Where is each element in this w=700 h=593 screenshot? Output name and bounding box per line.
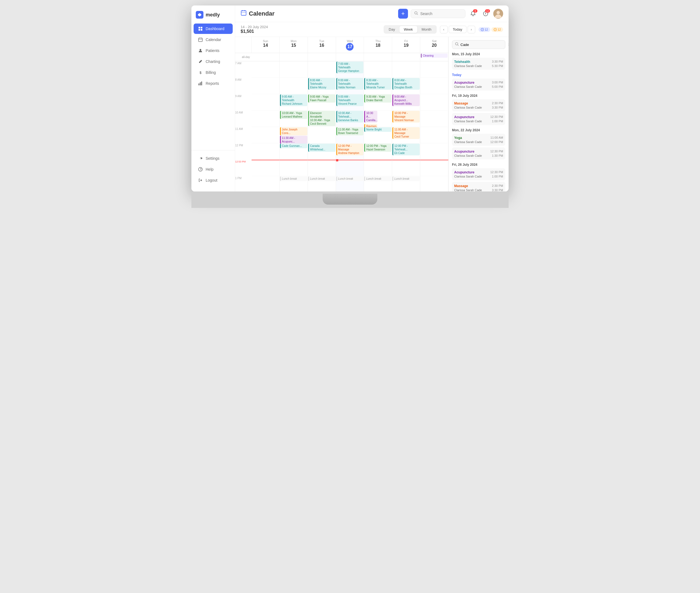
event-thu-11am[interactable]: Norrie Bright	[364, 127, 392, 132]
cell-tue-7[interactable]	[308, 61, 336, 78]
cell-wed-7[interactable]: 7:00 AM - Telehealth George Hampton	[336, 61, 364, 78]
upcoming-item-telehealth-mon15[interactable]: Telehealth 3:30 PM Clarissa Sarah Cade 5…	[452, 58, 505, 70]
cell-sat-12[interactable]	[420, 143, 448, 160]
cell-sat-10[interactable]	[420, 111, 448, 127]
sidebar-item-billing[interactable]: $ Billing	[194, 67, 233, 78]
cell-thu-10[interactable]: 10:30 A... Camilla... Raymon...	[364, 111, 392, 127]
event-thu-10am[interactable]: 10:30 A... Camilla...	[364, 111, 377, 123]
cell-mon-7[interactable]	[280, 61, 308, 78]
sidebar-item-settings[interactable]: Settings	[194, 153, 233, 164]
notification-bell-button[interactable]: 9	[468, 9, 478, 18]
header-search-input[interactable]	[420, 11, 462, 16]
today-button[interactable]: Today	[449, 26, 466, 33]
upcoming-item-acupuncture-mon22[interactable]: Acupuncture 12:30 PM Clarissa Sarah Cade…	[452, 148, 505, 159]
cell-fri-1[interactable]: Lunch break	[392, 176, 420, 192]
cell-sat-7[interactable]	[420, 61, 448, 78]
next-arrow-button[interactable]: ›	[467, 26, 475, 33]
event-mon-12pm[interactable]: Cade Gunman...	[280, 144, 307, 148]
event-mon-10am[interactable]: 10:00 AM - Yoga Leonard Mathew	[280, 111, 307, 119]
upcoming-item-acupuncture-fri19[interactable]: Acupuncture 12:30 PM Clarissa Sarah Cade…	[452, 113, 505, 125]
event-fri-12pm[interactable]: 12:00 PM - Telehealt... Eli Cade	[393, 144, 420, 155]
upcoming-item-massage-fri26[interactable]: Massage 2:30 PM Clarissa Sarah Cade 3:30…	[452, 182, 505, 192]
cell-tue-9[interactable]: 9:00 AM - Yoga Fawn Pascall	[308, 94, 336, 111]
panel-search[interactable]: ×	[452, 40, 505, 49]
event-fri-9am[interactable]: 9:00 AM - Acupunct... Kenneth Willis	[393, 94, 420, 106]
prev-arrow-button[interactable]: ‹	[440, 26, 448, 33]
cell-fri-10[interactable]: 10:00 PM - Massage Vincent Norman	[392, 111, 420, 127]
view-week-button[interactable]: Week	[400, 26, 417, 33]
cell-sun-1[interactable]	[252, 176, 280, 192]
cell-tue-8[interactable]: 8:00 AM - Telehealth Elaine Mccoy	[308, 78, 336, 94]
cell-mon-12[interactable]: Cade Gunman...	[280, 143, 308, 160]
cell-sun-ct[interactable]	[252, 160, 280, 176]
cell-mon-ct[interactable]	[280, 160, 308, 176]
event-wed-7am[interactable]: 7:00 AM - Telehealth George Hampton	[336, 62, 364, 73]
event-fri-8am[interactable]: 8:00 AM - Telehealth Douglas Booth	[393, 78, 420, 90]
cell-sat-9[interactable]	[420, 94, 448, 111]
sidebar-item-help[interactable]: ? Help	[194, 164, 233, 174]
cell-sun-9[interactable]	[252, 94, 280, 111]
cell-tue-11[interactable]	[308, 127, 336, 143]
sidebar-item-patients[interactable]: Patients	[194, 45, 233, 56]
cell-thu-8[interactable]: 8:30 AM - Telehealth Miranda Turner	[364, 78, 392, 94]
cell-sat-1[interactable]	[420, 176, 448, 192]
view-day-button[interactable]: Day	[384, 26, 400, 33]
cell-fri-7[interactable]	[392, 61, 420, 78]
cell-sat-11[interactable]	[420, 127, 448, 143]
allday-event-cleaning[interactable]: Cleaning	[421, 53, 448, 58]
cell-fri-ct[interactable]	[392, 160, 420, 176]
event-fri-10am[interactable]: 10:00 PM - Massage Vincent Norman	[393, 111, 420, 123]
cell-sun-10[interactable]	[252, 111, 280, 127]
cell-sat-8[interactable]	[420, 78, 448, 94]
header-search[interactable]	[411, 9, 465, 18]
panel-search-input[interactable]	[460, 43, 506, 47]
cell-tue-10[interactable]: Ebenezer Annabelle 10:30 AM - Yoga Cecil…	[308, 111, 336, 127]
event-thu-8am[interactable]: 8:30 AM - Telehealth Miranda Turner	[364, 78, 392, 90]
user-avatar[interactable]	[493, 9, 503, 18]
sidebar-item-logout[interactable]: Logout	[194, 175, 233, 186]
event-tue-8am[interactable]: 8:00 AM - Telehealth Elaine Mccoy	[308, 78, 335, 90]
cell-thu-12[interactable]: 12:00 PM - Yoga Hazel Swanson	[364, 143, 392, 160]
event-fri-11am[interactable]: 11:00 AM - Massage Cecil Turner	[393, 127, 420, 139]
upcoming-item-yoga-mon22[interactable]: Yoga 11:00 AM Clarissa Sarah Cade 12:00 …	[452, 134, 505, 146]
event-wed-8am[interactable]: 8:00 AM - Telehealth Valda Norman	[336, 78, 364, 90]
cell-mon-9[interactable]: 9:00 AM - Telehealth Richard Johnson	[280, 94, 308, 111]
notification-alert-button[interactable]: 12	[481, 9, 491, 18]
event-wed-10am[interactable]: 10:00 AM - Telehealt... Genevive Banks	[336, 111, 364, 123]
event-thu-9am[interactable]: 9:30 AM - Yoga Drake Barrett	[364, 94, 392, 103]
cell-tue-ct[interactable]	[308, 160, 336, 176]
cell-sun-8[interactable]	[252, 78, 280, 94]
sidebar-item-calendar[interactable]: Calendar	[194, 35, 233, 45]
cell-fri-11[interactable]: 11:00 AM - Massage Cecil Turner	[392, 127, 420, 143]
cell-fri-12[interactable]: 12:00 PM - Telehealt... Eli Cade	[392, 143, 420, 160]
cell-sun-11[interactable]	[252, 127, 280, 143]
cell-fri-8[interactable]: 8:00 AM - Telehealth Douglas Booth	[392, 78, 420, 94]
cell-wed-1[interactable]: Lunch break	[336, 176, 364, 192]
upcoming-item-acupuncture-today[interactable]: Acupuncture 3:00 PM Clarissa Sarah Cade …	[452, 79, 505, 90]
event-wed-9am[interactable]: 9:00 AM - Telehealth Vincent Pearce	[336, 94, 364, 106]
cell-mon-1[interactable]: Lunch break	[280, 176, 308, 192]
search-clear-button[interactable]: ×	[508, 42, 508, 47]
cell-wed-12[interactable]: 12:00 PM - Massage Andrew Hampton	[336, 143, 364, 160]
sidebar-item-dashboard[interactable]: Dashboard	[194, 24, 233, 34]
cell-wed-8[interactable]: 8:00 AM - Telehealth Valda Norman	[336, 78, 364, 94]
upcoming-item-massage-fri19[interactable]: Massage 2:30 PM Clarissa Sarah Cade 3:30…	[452, 99, 505, 111]
event-wed-11am[interactable]: 11:00 AM - Yoga Bown Townsend	[336, 127, 364, 135]
cell-mon-8[interactable]	[280, 78, 308, 94]
cell-sun-7[interactable]	[252, 61, 280, 78]
cell-wed-ct[interactable]	[336, 160, 364, 176]
add-button[interactable]: +	[398, 9, 408, 18]
cell-wed-10[interactable]: 10:00 AM - Telehealt... Genevive Banks	[336, 111, 364, 127]
cell-wed-11[interactable]: 11:00 AM - Yoga Bown Townsend	[336, 127, 364, 143]
event-mon-11am-2[interactable]: 11:30 AM - Acupunc...	[280, 136, 307, 144]
sidebar-item-charting[interactable]: Charting	[194, 56, 233, 67]
event-tue-12pm[interactable]: Canada Whitehead...	[308, 144, 335, 152]
event-tue-10am[interactable]: Ebenezer Annabelle 10:30 AM - Yoga Cecil…	[308, 111, 335, 126]
sidebar-item-reports[interactable]: Reports	[194, 78, 233, 89]
event-thu-12pm[interactable]: 12:00 PM - Yoga Hazel Swanson	[364, 144, 392, 152]
cell-sat-ct[interactable]	[420, 160, 448, 176]
cell-thu-ct[interactable]	[364, 160, 392, 176]
view-month-button[interactable]: Month	[417, 26, 436, 33]
cell-tue-1[interactable]: Lunch break	[308, 176, 336, 192]
cell-thu-11[interactable]: Norrie Bright	[364, 127, 392, 143]
